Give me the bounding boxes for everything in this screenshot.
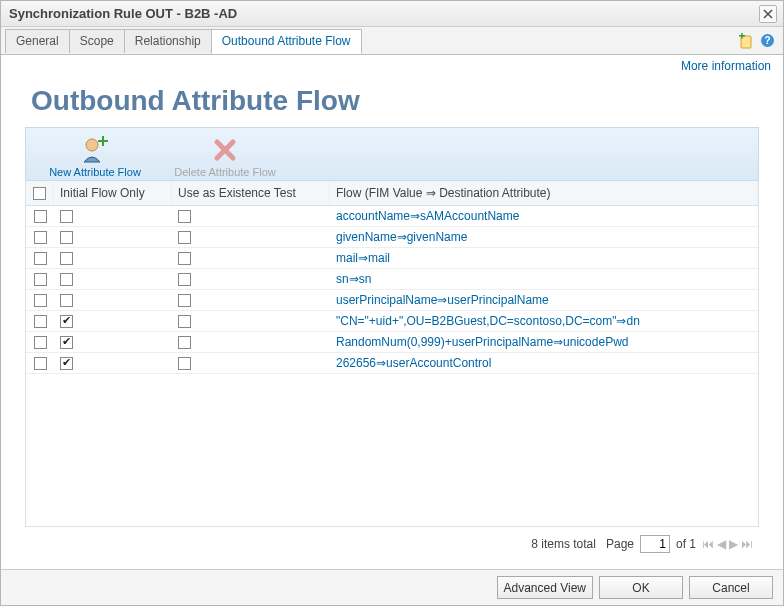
pager-right: Page of 1 ⏮ ◀ ▶ ⏭ bbox=[606, 535, 753, 553]
table-row[interactable]: RandomNum(0,999)+userPrincipalName⇒unico… bbox=[26, 332, 758, 353]
pager-of-label: of 1 bbox=[676, 537, 696, 551]
pager-page-input[interactable] bbox=[640, 535, 670, 553]
window-title: Synchronization Rule OUT - B2B -AD bbox=[9, 6, 237, 21]
table-row[interactable]: sn⇒sn bbox=[26, 269, 758, 290]
existence-test-checkbox[interactable] bbox=[178, 210, 191, 223]
existence-test-checkbox[interactable] bbox=[178, 273, 191, 286]
cancel-button[interactable]: Cancel bbox=[689, 576, 773, 599]
row-select-checkbox[interactable] bbox=[34, 231, 47, 244]
close-icon bbox=[763, 9, 773, 19]
existence-test-checkbox[interactable] bbox=[178, 336, 191, 349]
header-existence-test: Use as Existence Test bbox=[172, 181, 330, 205]
svg-point-7 bbox=[86, 139, 98, 151]
table-row[interactable]: "CN="+uid+",OU=B2BGuest,DC=scontoso,DC=c… bbox=[26, 311, 758, 332]
tab-bar: GeneralScopeRelationshipOutbound Attribu… bbox=[1, 27, 783, 55]
flow-link[interactable]: mail⇒mail bbox=[336, 251, 390, 265]
new-attribute-flow-icon bbox=[80, 134, 110, 166]
svg-rect-9 bbox=[102, 136, 104, 146]
attribute-flow-toolbar: New Attribute Flow Delete Attribute Flow bbox=[25, 127, 759, 181]
delete-attribute-flow-icon bbox=[212, 134, 238, 166]
row-select-checkbox[interactable] bbox=[34, 252, 47, 265]
initial-flow-checkbox[interactable] bbox=[60, 294, 73, 307]
dialog-window: Synchronization Rule OUT - B2B -AD Gener… bbox=[0, 0, 784, 606]
grid-body: accountName⇒sAMAccountNamegivenName⇒give… bbox=[26, 206, 758, 526]
title-bar: Synchronization Rule OUT - B2B -AD bbox=[1, 1, 783, 27]
new-attribute-flow-button[interactable]: New Attribute Flow bbox=[30, 134, 160, 178]
flow-link[interactable]: sn⇒sn bbox=[336, 272, 371, 286]
table-row[interactable]: userPrincipalName⇒userPrincipalName bbox=[26, 290, 758, 311]
pager-next-icon[interactable]: ▶ bbox=[729, 537, 738, 551]
row-select-checkbox[interactable] bbox=[34, 273, 47, 286]
new-form-icon[interactable] bbox=[738, 33, 754, 49]
more-information-link[interactable]: More information bbox=[681, 59, 771, 73]
content-area: Outbound Attribute Flow New Attribute Fl… bbox=[1, 75, 783, 569]
pager-first-icon[interactable]: ⏮ bbox=[702, 537, 714, 551]
pager-page-label: Page bbox=[606, 537, 634, 551]
grid-header: Initial Flow Only Use as Existence Test … bbox=[26, 181, 758, 206]
tab-relationship[interactable]: Relationship bbox=[124, 29, 212, 53]
tab-outbound-attribute-flow[interactable]: Outbound Attribute Flow bbox=[211, 29, 362, 54]
header-initial-flow: Initial Flow Only bbox=[54, 181, 172, 205]
table-row[interactable]: givenName⇒givenName bbox=[26, 227, 758, 248]
advanced-view-button[interactable]: Advanced View bbox=[497, 576, 594, 599]
initial-flow-checkbox[interactable] bbox=[60, 357, 73, 370]
help-icon[interactable]: ? bbox=[760, 33, 775, 48]
initial-flow-checkbox[interactable] bbox=[60, 315, 73, 328]
flow-link[interactable]: 262656⇒userAccountControl bbox=[336, 356, 491, 370]
pager-prev-icon[interactable]: ◀ bbox=[717, 537, 726, 551]
existence-test-checkbox[interactable] bbox=[178, 357, 191, 370]
initial-flow-checkbox[interactable] bbox=[60, 231, 73, 244]
dialog-footer: Advanced View OK Cancel bbox=[1, 569, 783, 605]
select-all-checkbox[interactable] bbox=[33, 187, 46, 200]
row-select-checkbox[interactable] bbox=[34, 336, 47, 349]
row-select-checkbox[interactable] bbox=[34, 315, 47, 328]
row-select-checkbox[interactable] bbox=[34, 294, 47, 307]
tab-list: GeneralScopeRelationshipOutbound Attribu… bbox=[5, 28, 361, 53]
table-row[interactable]: accountName⇒sAMAccountName bbox=[26, 206, 758, 227]
pager-total: 8 items total bbox=[531, 537, 596, 551]
flow-link[interactable]: givenName⇒givenName bbox=[336, 230, 467, 244]
page-title: Outbound Attribute Flow bbox=[31, 85, 759, 117]
initial-flow-checkbox[interactable] bbox=[60, 252, 73, 265]
row-select-checkbox[interactable] bbox=[34, 210, 47, 223]
initial-flow-checkbox[interactable] bbox=[60, 210, 73, 223]
flow-link[interactable]: userPrincipalName⇒userPrincipalName bbox=[336, 293, 549, 307]
close-button[interactable] bbox=[759, 5, 777, 23]
pager-buttons: ⏮ ◀ ▶ ⏭ bbox=[702, 537, 753, 551]
table-row[interactable]: 262656⇒userAccountControl bbox=[26, 353, 758, 374]
existence-test-checkbox[interactable] bbox=[178, 315, 191, 328]
header-select-all[interactable] bbox=[26, 182, 54, 205]
initial-flow-checkbox[interactable] bbox=[60, 273, 73, 286]
row-select-checkbox[interactable] bbox=[34, 357, 47, 370]
table-row[interactable]: mail⇒mail bbox=[26, 248, 758, 269]
attribute-flow-grid: Initial Flow Only Use as Existence Test … bbox=[25, 181, 759, 527]
new-attribute-flow-label: New Attribute Flow bbox=[49, 166, 141, 178]
existence-test-checkbox[interactable] bbox=[178, 294, 191, 307]
delete-attribute-flow-label: Delete Attribute Flow bbox=[174, 166, 276, 178]
tab-scope[interactable]: Scope bbox=[69, 29, 125, 53]
flow-link[interactable]: "CN="+uid+",OU=B2BGuest,DC=scontoso,DC=c… bbox=[336, 314, 640, 328]
tab-bar-icons: ? bbox=[738, 33, 775, 49]
pager: 8 items total Page of 1 ⏮ ◀ ▶ ⏭ bbox=[25, 527, 759, 561]
initial-flow-checkbox[interactable] bbox=[60, 336, 73, 349]
ok-button[interactable]: OK bbox=[599, 576, 683, 599]
more-information-row: More information bbox=[1, 55, 783, 75]
existence-test-checkbox[interactable] bbox=[178, 252, 191, 265]
flow-link[interactable]: RandomNum(0,999)+userPrincipalName⇒unico… bbox=[336, 335, 628, 349]
existence-test-checkbox[interactable] bbox=[178, 231, 191, 244]
delete-attribute-flow-button: Delete Attribute Flow bbox=[160, 134, 290, 178]
svg-rect-4 bbox=[741, 33, 743, 39]
svg-text:?: ? bbox=[764, 35, 770, 46]
header-flow: Flow (FIM Value ⇒ Destination Attribute) bbox=[330, 181, 758, 205]
pager-last-icon[interactable]: ⏭ bbox=[741, 537, 753, 551]
flow-link[interactable]: accountName⇒sAMAccountName bbox=[336, 209, 519, 223]
tab-general[interactable]: General bbox=[5, 29, 70, 53]
